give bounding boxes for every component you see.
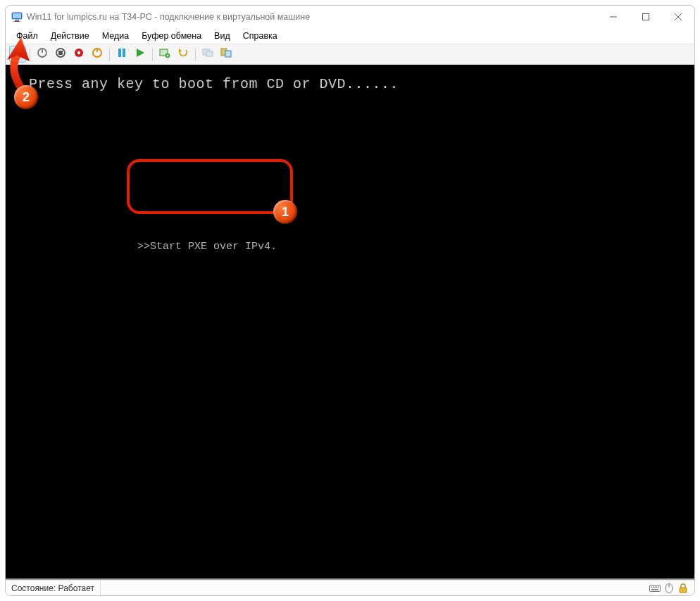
- pxe-status-text: >>Start PXE over IPv4.: [137, 241, 277, 253]
- svg-rect-20: [118, 49, 121, 57]
- force-off-icon: [73, 47, 85, 61]
- svg-rect-35: [656, 586, 658, 588]
- menubar: Файл Действие Медиа Буфер обмена Вид Спр…: [6, 28, 694, 44]
- ctrl-alt-del-icon: [12, 47, 23, 61]
- menu-media[interactable]: Медиа: [96, 30, 135, 42]
- svg-rect-3: [14, 21, 20, 22]
- vm-console[interactable]: Press any key to boot from CD or DVD....…: [6, 65, 694, 578]
- revert-button[interactable]: [175, 46, 191, 62]
- shutdown-button[interactable]: [53, 46, 68, 62]
- maximize-button[interactable]: [630, 6, 662, 27]
- menu-help[interactable]: Справка: [237, 30, 284, 42]
- toolbar: [6, 44, 694, 65]
- svg-rect-21: [123, 49, 125, 57]
- power-off-button[interactable]: [35, 46, 50, 62]
- svg-rect-5: [643, 14, 649, 20]
- statusbar: Состояние: Работает: [6, 580, 694, 595]
- keyboard-icon: [649, 583, 661, 594]
- window-title: Win11 for lumpics.ru на T34-PC - подключ…: [27, 12, 310, 22]
- toolbar-separator: [30, 48, 30, 61]
- svg-rect-15: [58, 51, 63, 55]
- svg-rect-11: [18, 51, 21, 53]
- status-state: Состояние: Работает: [6, 581, 101, 595]
- force-off-button[interactable]: [71, 46, 87, 62]
- titlebar: Win11 for lumpics.ru на T34-PC - подключ…: [6, 6, 694, 28]
- reset-icon: [92, 47, 103, 61]
- svg-rect-27: [206, 51, 213, 56]
- reset-button[interactable]: [89, 46, 105, 62]
- share-icon: [202, 47, 213, 61]
- mouse-icon: [663, 583, 675, 594]
- start-button[interactable]: [132, 46, 148, 62]
- share-button[interactable]: [200, 46, 215, 62]
- toolbar-separator: [109, 48, 110, 61]
- start-icon: [135, 48, 145, 61]
- toolbar-separator: [152, 48, 153, 61]
- svg-rect-32: [651, 586, 653, 588]
- status-indicator-icons: [644, 583, 694, 594]
- menu-file[interactable]: Файл: [10, 30, 44, 42]
- svg-marker-22: [137, 49, 144, 57]
- svg-rect-10: [16, 51, 18, 53]
- pause-icon: [117, 48, 127, 61]
- menu-action[interactable]: Действие: [44, 30, 96, 42]
- snapshot-button[interactable]: [157, 46, 173, 62]
- enhanced-session-button[interactable]: [218, 46, 234, 62]
- vm-connection-window: Win11 for lumpics.ru на T34-PC - подключ…: [5, 5, 695, 596]
- lock-icon: [677, 583, 689, 594]
- enhanced-session-icon: [220, 47, 232, 61]
- svg-rect-33: [653, 586, 654, 588]
- revert-icon: [177, 47, 189, 61]
- menu-clipboard[interactable]: Буфер обмена: [135, 30, 208, 42]
- svg-rect-1: [13, 13, 21, 18]
- svg-rect-31: [651, 589, 658, 590]
- svg-rect-39: [680, 588, 687, 593]
- svg-rect-29: [225, 51, 231, 57]
- shutdown-icon: [55, 47, 66, 61]
- app-monitor-icon: [11, 11, 23, 23]
- toolbar-separator: [195, 48, 196, 61]
- status-state-label: Состояние:: [11, 583, 56, 593]
- svg-rect-36: [658, 586, 660, 588]
- ctrl-alt-del-button[interactable]: [10, 46, 25, 62]
- boot-prompt-text: Press any key to boot from CD or DVD....…: [29, 76, 399, 92]
- svg-rect-30: [650, 585, 661, 591]
- svg-point-17: [77, 51, 80, 54]
- snapshot-icon: [159, 47, 170, 61]
- power-off-icon: [37, 47, 48, 61]
- pause-button[interactable]: [114, 46, 130, 62]
- menu-view[interactable]: Вид: [208, 30, 237, 42]
- close-button[interactable]: [662, 6, 694, 27]
- minimize-button[interactable]: [597, 6, 630, 27]
- svg-rect-9: [14, 51, 15, 53]
- status-state-value: Работает: [58, 583, 94, 593]
- svg-rect-2: [15, 20, 19, 21]
- svg-rect-34: [655, 586, 656, 588]
